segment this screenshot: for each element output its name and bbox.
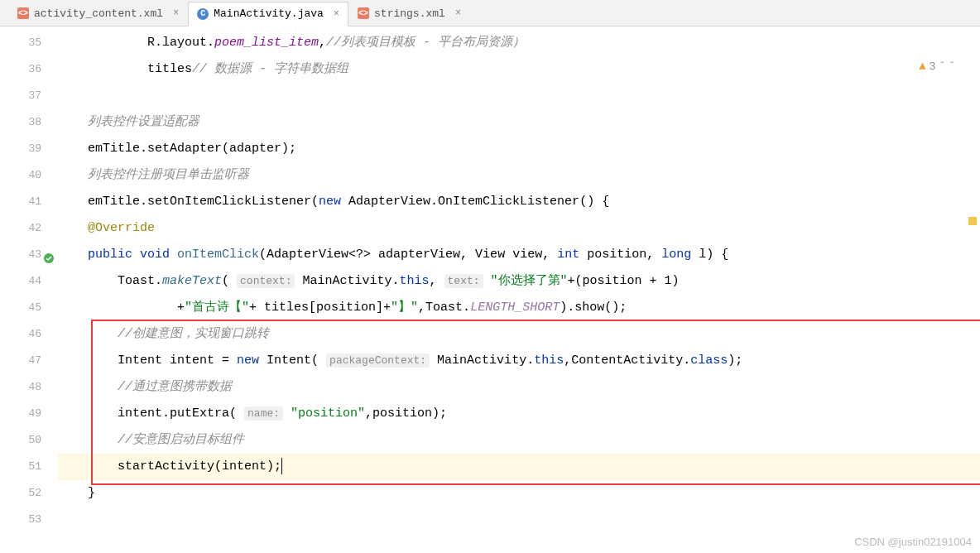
tab-strings[interactable]: <> strings.xml ×	[348, 1, 470, 26]
tab-label: MainActivity.java	[214, 7, 324, 20]
line-gutter: 35 36 37 38 39 40 41 42 43 44 45 46 47 4…	[0, 26, 58, 553]
code-line: Intent intent = new Intent( packageConte…	[58, 348, 980, 374]
xml-icon: <>	[17, 7, 29, 19]
inspection-badge[interactable]: ▲ 3 ˆ ˇ	[919, 60, 955, 73]
code-line: //创建意图，实现窗口跳转	[58, 321, 980, 348]
code-line	[58, 83, 980, 109]
close-icon[interactable]: ×	[455, 7, 461, 19]
close-icon[interactable]: ×	[334, 8, 339, 20]
xml-icon: <>	[358, 7, 369, 19]
code-area[interactable]: R.layout.poem_list_item,//列表项目模板 - 平台布局资…	[58, 26, 980, 553]
code-editor[interactable]: 35 36 37 38 39 40 41 42 43 44 45 46 47 4…	[0, 26, 980, 553]
code-line: 列表控件注册项目单击监听器	[58, 162, 980, 189]
code-line: //安意图启动目标组件	[58, 427, 980, 454]
warning-count: 3	[930, 60, 936, 73]
warning-icon: ▲	[919, 60, 925, 73]
code-line: R.layout.poem_list_item,//列表项目模板 - 平台布局资…	[58, 30, 980, 56]
watermark: CSDN @justin02191004	[854, 536, 972, 548]
code-line: emTitle.setOnItemClickListener(new Adapt…	[58, 189, 980, 215]
code-line: Toast.makeText( context: MainActivity.th…	[58, 268, 980, 295]
code-line-current: startActivity(intent);	[58, 454, 980, 480]
code-line: intent.putExtra( name: "position",positi…	[58, 401, 980, 427]
code-line: @Override	[58, 215, 980, 242]
override-marker-icon[interactable]	[43, 248, 55, 260]
tab-label: activity_content.xml	[34, 7, 163, 20]
close-icon[interactable]: ×	[173, 7, 179, 19]
code-line: titles// 数据源 - 字符串数据组	[58, 56, 980, 83]
code-line: public void onItemClick(AdapterView<?> a…	[58, 242, 980, 268]
code-line: 列表控件设置适配器	[58, 109, 980, 136]
chevron-down-icon[interactable]: ˇ	[949, 60, 955, 73]
scrollbar-warning-marker[interactable]	[968, 217, 977, 225]
tab-label: strings.xml	[374, 7, 445, 20]
tab-activity-content[interactable]: <> activity_content.xml ×	[8, 1, 188, 26]
text-caret	[281, 458, 282, 474]
code-line: //通过意图携带数据	[58, 374, 980, 401]
java-icon: C	[197, 8, 209, 20]
code-line: }	[58, 480, 980, 507]
chevron-up-icon[interactable]: ˆ	[939, 60, 945, 73]
code-line: +"首古诗【"+ titles[position]+"】",Toast.LENG…	[58, 295, 980, 321]
code-line: emTitle.setAdapter(adapter);	[58, 136, 980, 162]
tab-main-activity[interactable]: C MainActivity.java ×	[188, 2, 348, 26]
editor-tabs: <> activity_content.xml × C MainActivity…	[0, 0, 980, 26]
code-line	[58, 507, 980, 533]
